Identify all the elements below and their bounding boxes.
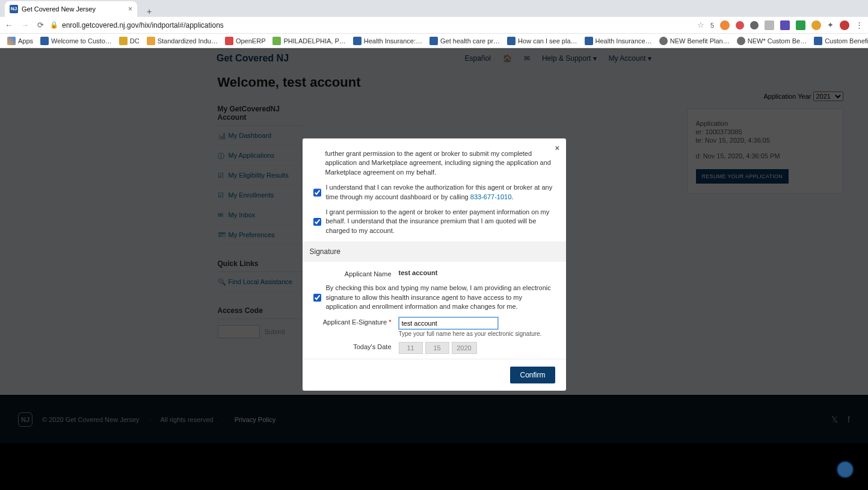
date-day [425,342,449,354]
esignature-consent-text: By checking this box and typing my name … [326,284,555,311]
extension-icon[interactable] [780,20,790,30]
back-icon[interactable]: ← [5,20,13,29]
address-bar[interactable]: 🔒 enroll.getcovered.nj.gov/hix/indportal… [50,21,691,29]
date-month [399,342,423,354]
esignature-label: Applicant E-Signature [313,317,392,326]
forward-icon[interactable]: → [21,20,29,29]
extension-icon[interactable] [736,21,744,29]
esignature-hint: Type your full name here as your electro… [399,330,542,337]
close-icon[interactable]: × [128,5,132,13]
bookmark-item[interactable]: OpenERP [223,36,268,46]
phone-link[interactable]: 833-677-1010 [470,193,512,200]
consent-text-continued: further grant permission to the agent or… [325,149,555,177]
bookmark-item[interactable]: Welcome to Custo… [38,36,114,46]
bookmark-item[interactable]: Health Insurance… [582,36,654,46]
toolbar-right: ☆ 5 ✦ ⋮ [697,20,863,30]
bookmark-item[interactable]: Standardized Indu… [144,36,220,46]
apps-shortcut[interactable]: Apps [5,36,35,46]
extension-icon[interactable] [765,20,774,30]
applicant-name-value: test account [399,269,438,276]
extension-icon[interactable] [811,20,821,30]
extensions-icon[interactable]: ✦ [827,20,834,29]
applicant-name-label: Applicant Name [313,269,392,278]
menu-icon[interactable]: ⋮ [855,20,863,29]
bookmark-item[interactable]: NEW* Custom Be… [734,36,809,46]
extension-icon[interactable] [750,21,759,29]
chat-bubble-icon[interactable] [837,461,854,478]
extension-icon[interactable] [796,20,805,30]
tab-favicon: NJ [10,5,18,13]
bookmark-item[interactable]: Custom Benefit Pl… [811,36,868,46]
revoke-consent-text: I understand that I can revoke the autho… [326,183,555,202]
browser-tab-bar: NJ Get Covered New Jersey × + [0,0,868,17]
tab-title: Get Covered New Jersey [22,5,96,13]
payment-consent-text: I grant permission to the agent or broke… [326,208,555,235]
date-year [452,342,477,354]
bookmark-item[interactable]: DC [117,36,142,46]
new-tab-button[interactable]: + [143,6,155,17]
payment-consent-checkbox[interactable] [313,208,321,235]
star-icon[interactable]: ☆ [697,20,704,29]
bookmark-item[interactable]: Health Insurance:… [351,36,425,46]
refresh-icon[interactable]: ⟳ [37,20,44,29]
extension-icon[interactable] [840,20,849,30]
bookmark-item[interactable]: How can I see pla… [505,36,579,46]
browser-toolbar: ← → ⟳ 🔒 enroll.getcovered.nj.gov/hix/ind… [0,17,868,34]
browser-tab[interactable]: NJ Get Covered New Jersey × [5,1,137,17]
bookmark-item[interactable]: PHILADELPHIA, P… [270,36,348,46]
omnibox-badge: 5 [710,22,714,29]
bookmark-item[interactable]: NEW Benefit Plan… [657,36,732,46]
esignature-input[interactable] [399,317,498,329]
close-icon[interactable]: × [555,143,559,153]
confirm-button[interactable]: Confirm [510,367,555,383]
signature-heading: Signature [303,241,566,262]
bookmarks-bar: Apps Welcome to Custo… DC Standardized I… [0,34,868,48]
bookmark-item[interactable]: Get health care pr… [427,36,502,46]
authorization-modal: × further grant permission to the agent … [303,138,566,391]
revoke-consent-checkbox[interactable] [313,184,321,202]
url-text: enroll.getcovered.nj.gov/hix/indportal#/… [62,21,224,29]
lock-icon: 🔒 [50,21,58,29]
todays-date-label: Today's Date [313,342,392,350]
esignature-consent-checkbox[interactable] [313,284,321,311]
extension-icon[interactable] [720,20,730,30]
